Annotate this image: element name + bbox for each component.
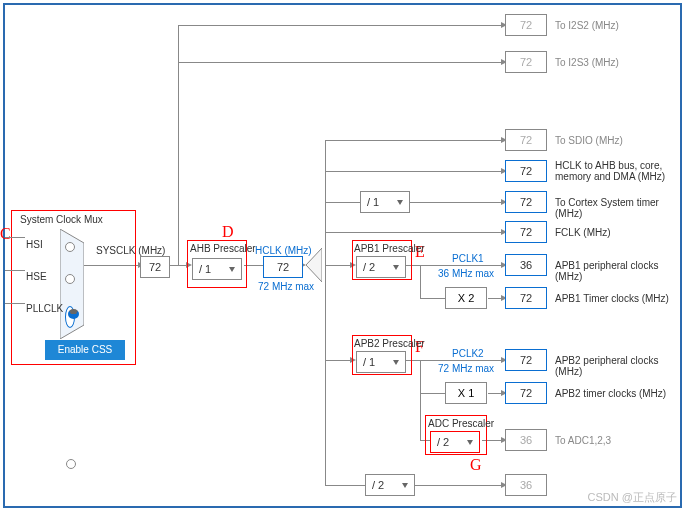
ahb-prescaler-select[interactable]: / 1	[192, 258, 242, 280]
mux-radio-hsi[interactable]	[65, 242, 75, 252]
mux-radio-pllclk[interactable]	[65, 306, 75, 328]
sdio-div-select[interactable]: / 2	[365, 474, 415, 496]
apb1-note: 36 MHz max	[438, 268, 494, 279]
apb2-periph-value[interactable]: 72	[505, 349, 547, 371]
ahb-title: AHB Prescaler	[190, 243, 256, 254]
enable-css-button[interactable]: Enable CSS	[45, 340, 125, 360]
i2s3-label: To I2S3 (MHz)	[555, 57, 619, 68]
apb1-timer-label: APB1 Timer clocks (MHz)	[555, 293, 669, 304]
hclk-bus-value[interactable]: 72	[505, 160, 547, 182]
apb1-periph-label: APB1 peripheral clocks (MHz)	[555, 260, 685, 282]
svg-marker-1	[306, 248, 322, 282]
wire	[178, 62, 503, 63]
fclk-label: FCLK (MHz)	[555, 227, 611, 238]
wire	[178, 25, 503, 26]
wire	[325, 485, 365, 486]
sysclk-label: SYSCLK (MHz)	[96, 245, 165, 256]
sdio-div-value: 36	[505, 474, 547, 496]
region-d-label: D	[222, 223, 234, 241]
apb1-title: APB1 Prescaler	[354, 243, 425, 254]
apb1-timer-value[interactable]: 72	[505, 287, 547, 309]
wire	[325, 140, 503, 141]
apb2-timer-mul: X 1	[445, 382, 487, 404]
wire	[415, 485, 503, 486]
wire	[178, 25, 179, 265]
sdio-value: 72	[505, 129, 547, 151]
apb2-timer-value[interactable]: 72	[505, 382, 547, 404]
wire	[5, 270, 25, 271]
apb2-periph-label: APB2 peripheral clocks (MHz)	[555, 355, 685, 377]
wire	[325, 202, 360, 203]
adc-value: 36	[505, 429, 547, 451]
adc-prescaler-select[interactable]: / 2	[430, 431, 480, 453]
adc-title: ADC Prescaler	[428, 418, 494, 429]
split-node-icon	[306, 248, 322, 282]
apb1-prescaler-select[interactable]: / 2	[356, 256, 406, 278]
wire	[325, 171, 503, 172]
wire	[420, 298, 445, 299]
mux-title: System Clock Mux	[12, 211, 135, 225]
mux-src-hse: HSE	[26, 271, 47, 282]
i2s2-value: 72	[505, 14, 547, 36]
cortex-divider-select[interactable]: / 1	[360, 191, 410, 213]
sysclk-value: 72	[140, 256, 170, 278]
apb2-title: APB2 Prescaler	[354, 338, 425, 349]
mux-radio-hsi[interactable]	[66, 459, 76, 469]
fclk-value[interactable]: 72	[505, 221, 547, 243]
region-c-label: C	[0, 225, 11, 243]
hclk-bus-label: HCLK to AHB bus, core, memory and DMA (M…	[555, 160, 670, 182]
hclk-label: HCLK (MHz)	[255, 245, 312, 256]
wire	[5, 237, 25, 238]
wire	[325, 140, 326, 485]
region-g-label: G	[470, 456, 482, 474]
hclk-note: 72 MHz max	[258, 281, 314, 292]
mux-src-pllclk: PLLCLK	[26, 303, 63, 314]
mux-src-hsi: HSI	[26, 239, 43, 250]
wire	[410, 202, 503, 203]
wire	[420, 360, 421, 440]
apb2-pclk: PCLK2	[452, 348, 484, 359]
wire	[420, 265, 421, 298]
wire	[325, 232, 503, 233]
apb1-pclk: PCLK1	[452, 253, 484, 264]
watermark: CSDN @正点原子	[588, 490, 677, 505]
wire	[325, 265, 352, 266]
apb2-prescaler-select[interactable]: / 1	[356, 351, 406, 373]
apb2-note: 72 MHz max	[438, 363, 494, 374]
wire	[168, 265, 188, 266]
cortex-label: To Cortex System timer (MHz)	[555, 197, 685, 219]
sdio-label: To SDIO (MHz)	[555, 135, 623, 146]
apb1-periph-value[interactable]: 36	[505, 254, 547, 276]
wire	[325, 360, 352, 361]
wire	[420, 393, 445, 394]
adc-label: To ADC1,2,3	[555, 435, 611, 446]
i2s2-label: To I2S2 (MHz)	[555, 20, 619, 31]
i2s3-value: 72	[505, 51, 547, 73]
wire	[5, 303, 25, 304]
mux-radio-hse[interactable]	[65, 274, 75, 284]
apb1-timer-mul: X 2	[445, 287, 487, 309]
apb2-timer-label: APB2 timer clocks (MHz)	[555, 388, 666, 399]
hclk-value[interactable]: 72	[263, 256, 303, 278]
cortex-value[interactable]: 72	[505, 191, 547, 213]
